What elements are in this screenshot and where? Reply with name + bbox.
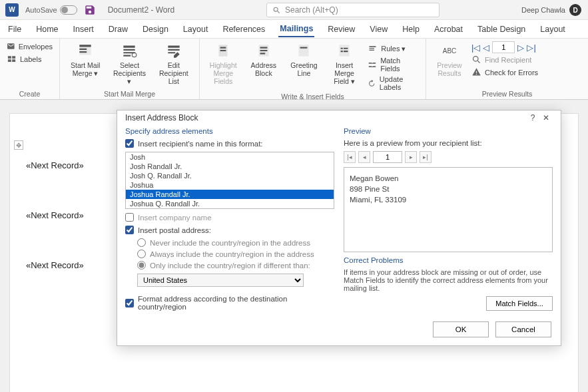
prev-record-icon[interactable]: ◁	[483, 43, 489, 53]
edit-list-icon	[165, 42, 182, 59]
find-recipient-button: Find Recipient	[471, 55, 538, 65]
preview-box: Megan Bowen898 Pine StMiami, FL 33109	[344, 167, 553, 252]
next-record-icon[interactable]: ▷	[517, 43, 524, 53]
insert-address-block-dialog: Insert Address Block ? ✕ Specify address…	[117, 110, 561, 346]
autosave-toggle[interactable]: AutoSave	[25, 5, 77, 15]
name-option[interactable]: Josh	[126, 152, 334, 162]
preview-hint: Here is a preview from your recipient li…	[344, 139, 553, 147]
preview-line: Megan Bowen	[350, 173, 547, 184]
select-recipients-button[interactable]: Select Recipients ▾	[111, 41, 148, 85]
group-create-label: Create	[7, 89, 53, 98]
preview-first-button[interactable]: |◂	[344, 151, 356, 163]
tab-references[interactable]: References	[221, 22, 266, 37]
check-errors-button[interactable]: Check for Errors	[471, 67, 538, 77]
group-start-label: Start Mail Merge	[67, 89, 192, 98]
user-name: Deep Chawla	[521, 6, 565, 14]
insert-postal-checkbox[interactable]: Insert postal address:	[125, 226, 334, 234]
tab-design[interactable]: Design	[141, 22, 170, 37]
preview-last-button[interactable]: ▸|	[420, 151, 432, 163]
envelopes-label: Envelopes	[19, 43, 53, 51]
edit-recipient-list-button[interactable]: Edit Recipient List	[155, 41, 192, 85]
envelopes-button[interactable]: Envelopes	[7, 41, 53, 51]
insert-merge-field-button[interactable]: Insert Merge Field ▾	[328, 41, 362, 85]
country-always-radio[interactable]: Always include the country/region in the…	[137, 250, 334, 258]
group-write-label: Write & Insert Fields	[206, 91, 419, 100]
highlight-merge-fields-button: Highlight Merge Fields	[206, 41, 240, 85]
word-app-icon: W	[5, 3, 19, 17]
user-account[interactable]: Deep Chawla D	[521, 4, 581, 16]
format-destination-checkbox[interactable]: Format address according to the destinat…	[125, 295, 334, 311]
toggle-icon[interactable]	[60, 5, 77, 15]
record-navigation[interactable]: |◁ ◁ ▷ ▷|	[471, 41, 538, 53]
name-option[interactable]: Josh Randall Jr.	[126, 162, 334, 171]
tab-acrobat[interactable]: Acrobat	[433, 22, 464, 37]
preview-line: 898 Pine St	[350, 184, 547, 194]
tab-draw[interactable]: Draw	[107, 22, 129, 37]
preview-panel: Preview Here is a preview from your reci…	[344, 127, 553, 311]
close-button[interactable]: ✕	[539, 113, 553, 122]
title-bar: W AutoSave Document2 - Word Search (Alt+…	[0, 0, 588, 20]
specify-heading: Specify address elements	[125, 127, 334, 135]
name-option[interactable]: Joshua Randall Jr.	[126, 190, 334, 199]
tab-layout[interactable]: Layout	[539, 22, 567, 37]
country-different-radio[interactable]: Only include the country/region if diffe…	[137, 261, 334, 270]
highlight-icon	[214, 42, 232, 59]
tab-view[interactable]: View	[368, 22, 389, 37]
ok-button[interactable]: OK	[433, 321, 489, 337]
merge-field-icon	[336, 42, 353, 59]
first-record-icon[interactable]: |◁	[471, 43, 480, 53]
preview-results-button[interactable]: ABCPreview Results	[433, 41, 466, 77]
labels-button[interactable]: Labels	[7, 54, 53, 64]
name-option[interactable]: Joshua Q. Randall Jr.	[126, 199, 334, 208]
table-anchor-icon[interactable]: ✥	[14, 140, 23, 150]
recipients-icon	[121, 42, 138, 59]
record-number-input[interactable]	[492, 41, 515, 53]
labels-label: Labels	[20, 55, 41, 63]
start-mail-merge-button[interactable]: Start Mail Merge ▾	[67, 41, 104, 77]
labels-icon	[7, 54, 17, 64]
tab-file[interactable]: File	[7, 22, 23, 37]
rules-icon	[368, 44, 378, 54]
name-format-listbox[interactable]: JoshJosh Randall Jr.Josh Q. Randall Jr.J…	[125, 152, 334, 209]
cancel-button[interactable]: Cancel	[495, 321, 551, 337]
search-input[interactable]: Search (Alt+Q)	[266, 3, 440, 17]
name-option[interactable]: Joshua	[126, 180, 334, 190]
group-preview-label: Preview Results	[433, 89, 581, 98]
tab-mailings[interactable]: Mailings	[278, 21, 314, 37]
svg-point-1	[473, 57, 479, 62]
document-title: Document2 - Word	[108, 5, 174, 15]
correct-text: If items in your address block are missi…	[344, 268, 553, 292]
country-select[interactable]: United States	[137, 274, 304, 287]
preview-prev-button[interactable]: ◂	[358, 151, 370, 163]
country-never-radio[interactable]: Never include the country/region in the …	[137, 238, 334, 247]
find-icon	[471, 55, 481, 65]
tab-review[interactable]: Review	[326, 22, 356, 37]
insert-name-checkbox[interactable]: Insert recipient's name in this format:	[125, 139, 334, 148]
envelope-icon	[7, 41, 15, 51]
tab-insert[interactable]: Insert	[72, 22, 95, 37]
save-icon[interactable]	[84, 4, 96, 16]
preview-navigation: |◂ ◂ ▸ ▸|	[344, 151, 553, 163]
tab-layout[interactable]: Layout	[182, 22, 210, 37]
help-button[interactable]: ?	[526, 113, 539, 122]
match-fields-dialog-button[interactable]: Match Fields...	[486, 296, 553, 311]
last-record-icon[interactable]: ▷|	[527, 43, 535, 53]
tab-table-design[interactable]: Table Design	[476, 22, 527, 37]
name-option[interactable]: Josh Q. Randall Jr.	[126, 171, 334, 180]
address-block-button[interactable]: Address Block	[247, 41, 281, 77]
avatar: D	[569, 4, 581, 16]
next-record-field: «Next Record»	[26, 260, 84, 270]
greeting-line-button[interactable]: Greeting Line	[287, 41, 321, 77]
match-icon	[368, 60, 377, 70]
dialog-title: Insert Address Block	[125, 113, 198, 122]
tab-home[interactable]: Home	[35, 22, 59, 37]
tab-help[interactable]: Help	[401, 22, 421, 37]
address-block-icon	[255, 42, 272, 59]
match-fields-button[interactable]: Match Fields	[368, 57, 419, 73]
preview-next-button[interactable]: ▸	[405, 151, 417, 163]
rules-button[interactable]: Rules ▾	[368, 44, 419, 54]
insert-company-checkbox[interactable]: Insert company name	[125, 213, 334, 222]
update-labels-button[interactable]: Update Labels	[368, 75, 419, 91]
preview-index-input[interactable]	[373, 151, 402, 163]
autosave-label: AutoSave	[25, 6, 57, 14]
